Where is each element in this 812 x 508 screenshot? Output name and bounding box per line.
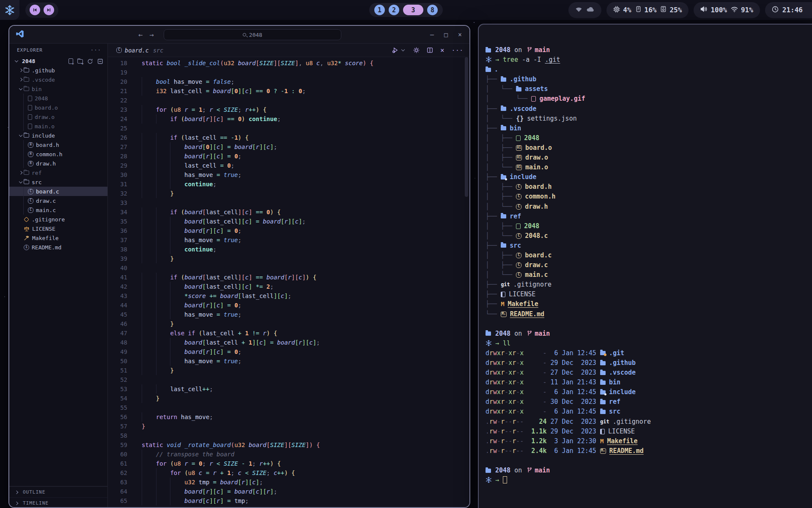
code-line[interactable]: 39}: [108, 254, 469, 263]
explorer-item-include[interactable]: include: [9, 131, 107, 140]
command-search-input[interactable]: 2048: [164, 29, 341, 40]
code-line[interactable]: 44board[r][c] = 0;: [108, 301, 469, 310]
code-line[interactable]: 25: [108, 124, 469, 133]
code-line[interactable]: 38continue;: [108, 245, 469, 254]
code-line[interactable]: 49board[r][c] = 0;: [108, 347, 469, 356]
code-line[interactable]: 36board[r][c] = 0;: [108, 226, 469, 235]
code-line[interactable]: 27board[0][c] = board[r][c];: [108, 142, 469, 152]
run-file-button[interactable]: [392, 47, 406, 53]
workspace-8[interactable]: 8: [427, 5, 438, 15]
explorer-more-button[interactable]: ···: [91, 47, 102, 53]
explorer-item-draw.c[interactable]: Cdraw.c: [9, 196, 107, 205]
code-line[interactable]: 53last_cell++;: [108, 384, 469, 394]
explorer-item-board.h[interactable]: Hboard.h: [9, 140, 107, 149]
explorer-item-ref[interactable]: ref: [9, 168, 107, 177]
terminal-cursor[interactable]: [503, 476, 507, 483]
explorer-item-draw.o[interactable]: draw.o: [9, 112, 107, 121]
code-line[interactable]: 42board[last_cell][c] *= 2;: [108, 282, 469, 291]
code-line[interactable]: 51}: [108, 366, 469, 375]
explorer-root[interactable]: 2048 ++: [9, 56, 107, 66]
code-line[interactable]: 24if (board[r][c] == 0) continue;: [108, 114, 469, 124]
code-line[interactable]: 65board[c][r] = tmp;: [108, 496, 469, 505]
workspace-3[interactable]: 3: [403, 5, 423, 15]
explorer-item-2048[interactable]: 2048: [9, 94, 107, 103]
explorer-item-src[interactable]: src: [9, 177, 107, 187]
code-line[interactable]: 64board[r][c] = board[c][r];: [108, 487, 469, 496]
terminal-window[interactable]: 2048 on main→ tree -a -I .git.├── .githu…: [478, 24, 812, 508]
minimize-button[interactable]: —: [430, 31, 434, 39]
code-line[interactable]: 43*score += board[last_cell][c];: [108, 291, 469, 301]
code-line[interactable]: 37has_move = true;: [108, 235, 469, 245]
code-line[interactable]: 48board[last_cell + 1][c] = board[r][c];: [108, 338, 469, 347]
more-actions-button[interactable]: ···: [452, 47, 464, 54]
code-line[interactable]: 35board[last_cell][c] = board[r][c];: [108, 217, 469, 226]
explorer-item-main.c[interactable]: Cmain.c: [9, 205, 107, 215]
code-line[interactable]: 18static bool _slide_col(u32 board[SIZE]…: [108, 58, 469, 68]
code-line[interactable]: 31continue;: [108, 179, 469, 189]
close-editor-button[interactable]: ×: [440, 46, 444, 54]
nav-back-button[interactable]: ←: [138, 30, 143, 39]
code-line[interactable]: 57}: [108, 422, 469, 431]
code-line[interactable]: 47else if (last_cell + 1 != r) {: [108, 329, 469, 338]
explorer-item-board.o[interactable]: board.o: [9, 103, 107, 112]
explorer-item-board.c[interactable]: Cboard.c: [9, 187, 107, 196]
new-folder-button[interactable]: +: [77, 58, 83, 64]
explorer-item-.gitignore[interactable]: .gitignore: [9, 215, 107, 224]
explorer-item-Makefile[interactable]: Makefile: [9, 233, 107, 243]
explorer-item-bin[interactable]: bin: [9, 84, 107, 94]
code-line[interactable]: 34if (board[last_cell][c] == 0) {: [108, 207, 469, 217]
breadcrumb-folder[interactable]: src: [153, 47, 163, 54]
code-line[interactable]: 28board[r][c] = 0;: [108, 152, 469, 161]
code-line[interactable]: 58: [108, 431, 469, 440]
code-area[interactable]: 18static bool _slide_col(u32 board[SIZE]…: [108, 57, 469, 508]
timeline-section[interactable]: TIMELINE: [9, 497, 107, 508]
code-line[interactable]: 46}: [108, 319, 469, 329]
code-line[interactable]: 23for (u8 r = 1; r < SIZE; r++) {: [108, 105, 469, 114]
refresh-button[interactable]: [87, 58, 93, 64]
code-line[interactable]: 22: [108, 96, 469, 105]
split-editor-button[interactable]: [427, 47, 433, 53]
code-line[interactable]: 52: [108, 375, 469, 384]
explorer-item-README.md[interactable]: iREADME.md: [9, 243, 107, 252]
code-line[interactable]: 60// transpose the board: [108, 450, 469, 459]
explorer-item-.vscode[interactable]: .vscode: [9, 75, 107, 84]
close-button[interactable]: ×: [458, 31, 462, 39]
code-line[interactable]: 50has_move = true;: [108, 356, 469, 366]
media-next-button[interactable]: [44, 5, 54, 15]
code-line[interactable]: 33: [108, 198, 469, 207]
explorer-item-draw.h[interactable]: Hdraw.h: [9, 159, 107, 168]
code-line[interactable]: 63u32 tmp = board[r][c];: [108, 478, 469, 487]
code-line[interactable]: 19: [108, 68, 469, 77]
active-file-name[interactable]: board.c: [125, 47, 149, 54]
nixos-logo-icon[interactable]: [0, 0, 19, 20]
code-line[interactable]: 62for (u8 c = r + 1; c < SIZE; c++) {: [108, 468, 469, 478]
code-line[interactable]: 41if (board[last_cell][c] == board[r][c]…: [108, 273, 469, 282]
nav-forward-button[interactable]: →: [149, 30, 154, 39]
code-line[interactable]: 56return has_move;: [108, 412, 469, 422]
code-line[interactable]: 59static void _rotate_board(u32 board[SI…: [108, 440, 469, 450]
code-line[interactable]: 29last_cell = 0;: [108, 161, 469, 170]
new-file-button[interactable]: +: [69, 58, 73, 64]
maximize-button[interactable]: □: [444, 31, 448, 39]
code-line[interactable]: 26if (last_cell == -1) {: [108, 133, 469, 142]
code-line[interactable]: 32}: [108, 189, 469, 198]
code-line[interactable]: 45has_move = true;: [108, 310, 469, 319]
explorer-item-.github[interactable]: .github: [9, 66, 107, 75]
outline-section[interactable]: OUTLINE: [9, 486, 107, 497]
code-line[interactable]: 40: [108, 263, 469, 273]
code-line[interactable]: 55: [108, 403, 469, 412]
media-prev-button[interactable]: [30, 5, 40, 15]
code-line[interactable]: 54}: [108, 394, 469, 403]
code-line[interactable]: 21i32 last_cell = board[0][c] == 0 ? -1 …: [108, 86, 469, 96]
workspace-2[interactable]: 2: [389, 5, 399, 15]
code-line[interactable]: 30has_move = true;: [108, 170, 469, 179]
code-line[interactable]: 20bool has_move = false;: [108, 77, 469, 86]
explorer-item-LICENSE[interactable]: LICENSE: [9, 224, 107, 233]
explorer-item-main.o[interactable]: main.o: [9, 121, 107, 131]
settings-gear-button[interactable]: [413, 47, 420, 53]
collapse-all-button[interactable]: [97, 58, 103, 64]
explorer-item-common.h[interactable]: Hcommon.h: [9, 149, 107, 159]
code-line[interactable]: 61for (u8 r = 0; r < SIZE - 1; r++) {: [108, 459, 469, 468]
workspace-1[interactable]: 1: [374, 5, 385, 15]
editor-scrollbar[interactable]: [465, 57, 468, 197]
